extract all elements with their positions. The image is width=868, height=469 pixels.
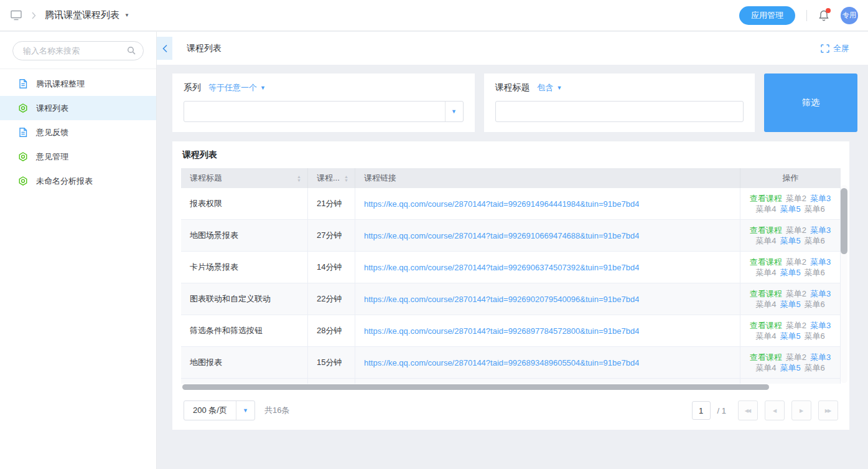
action-link-4[interactable]: 菜单4 [755, 236, 776, 245]
breadcrumb[interactable]: 腾讯课堂课程列表 ▼ [45, 9, 129, 21]
sidebar-menu: 腾讯课程整理 课程列表 意见反馈 意见管理 未命名分析报表 [0, 69, 156, 193]
action-link-3[interactable]: 菜单3 [810, 289, 831, 298]
course-link[interactable]: https://ke.qq.com/course/2870144?taid=99… [364, 358, 639, 367]
vertical-scrollbar-thumb[interactable] [841, 188, 847, 254]
course-link[interactable]: https://ke.qq.com/course/2870144?taid=99… [364, 231, 639, 240]
action-link-3[interactable]: 菜单3 [810, 194, 831, 203]
previous-page-button[interactable]: ◀ [765, 400, 785, 420]
course-actions-cell: 查看课程菜单2菜单3菜单4菜单5菜单6 [744, 193, 836, 214]
back-button[interactable] [157, 37, 172, 60]
column-header-duration: 课程... [317, 173, 340, 184]
sidebar-item[interactable]: 未命名分析报表 [0, 169, 156, 193]
last-page-button[interactable]: ▶▶ [818, 400, 838, 420]
first-page-button[interactable]: ◀◀ [738, 400, 758, 420]
course-title-cell: 地图场景报表 [181, 220, 308, 251]
action-link-4[interactable]: 菜单4 [755, 204, 776, 214]
action-link-2[interactable]: 菜单2 [786, 225, 806, 235]
dropdown-caret-icon: ▼ [557, 85, 562, 91]
course-link[interactable]: https://ke.qq.com/course/2870144?taid=99… [364, 295, 639, 304]
course-title-cell: 报表权限 [181, 188, 308, 219]
course-actions-cell: 查看课程菜单2菜单3菜单4菜单5菜单6 [744, 257, 836, 278]
sort-icon[interactable]: ▲▼ [344, 175, 348, 182]
notification-badge [826, 8, 831, 13]
action-link-6[interactable]: 菜单6 [805, 204, 825, 214]
fullscreen-icon [821, 44, 829, 53]
table-body: 报表权限 21分钟 https://ke.qq.com/course/28701… [181, 188, 841, 379]
topbar-divider [806, 10, 807, 21]
sidebar-item[interactable]: 意见管理 [0, 144, 156, 169]
filter-series: 系列 等于任意一个 ▼ ▼ [172, 73, 475, 132]
course-link[interactable]: https://ke.qq.com/course/2870144?taid=99… [364, 263, 639, 272]
action-link-5[interactable]: 菜单5 [780, 363, 800, 372]
action-link-1[interactable]: 查看课程 [750, 289, 782, 298]
course-table-card: 课程列表 课程标题 ▲▼ 课程... ▲▼ 课程链接 操作 [172, 141, 849, 430]
current-page-input[interactable] [692, 401, 711, 420]
action-link-1[interactable]: 查看课程 [750, 257, 782, 267]
action-link-2[interactable]: 菜单2 [786, 257, 806, 267]
notification-icon[interactable] [818, 9, 829, 21]
sort-icon[interactable]: ▲▼ [297, 175, 301, 182]
vertical-scrollbar[interactable] [841, 185, 847, 383]
course-title-cell: 地图报表 [181, 347, 308, 378]
action-link-1[interactable]: 查看课程 [750, 225, 782, 235]
action-link-6[interactable]: 菜单6 [805, 363, 825, 372]
filter-bar: 系列 等于任意一个 ▼ ▼ 课程标题 包含 [172, 73, 857, 132]
search-icon[interactable] [126, 45, 136, 55]
action-link-3[interactable]: 菜单3 [810, 257, 831, 267]
action-link-2[interactable]: 菜单2 [786, 353, 806, 362]
filter-title-operator[interactable]: 包含 ▼ [538, 82, 562, 93]
filter-submit-button[interactable]: 筛选 [764, 73, 857, 132]
course-duration-cell: 14分钟 [308, 252, 355, 283]
course-title-input[interactable] [495, 101, 744, 122]
action-link-6[interactable]: 菜单6 [805, 331, 825, 341]
document-icon [18, 127, 28, 138]
document-icon [18, 78, 28, 89]
action-link-5[interactable]: 菜单5 [780, 331, 800, 341]
action-link-5[interactable]: 菜单5 [780, 300, 800, 309]
course-link[interactable]: https://ke.qq.com/course/2870144?taid=99… [364, 199, 639, 209]
sidebar-item[interactable]: 腾讯课程整理 [0, 72, 156, 96]
page-size-select[interactable]: 200 条/页 ▼ [184, 400, 255, 420]
horizontal-scrollbar-thumb[interactable] [182, 384, 769, 390]
action-link-2[interactable]: 菜单2 [786, 194, 806, 203]
action-link-4[interactable]: 菜单4 [755, 331, 776, 341]
action-link-5[interactable]: 菜单5 [780, 268, 800, 277]
horizontal-scrollbar[interactable] [181, 384, 841, 390]
column-header-link: 课程链接 [364, 173, 396, 184]
breadcrumb-app-icon[interactable] [10, 9, 22, 21]
action-link-1[interactable]: 查看课程 [750, 194, 782, 203]
course-actions-cell: 查看课程菜单2菜单3菜单4菜单5菜单6 [744, 225, 836, 246]
table-row: 筛选条件和筛选按钮 28分钟 https://ke.qq.com/course/… [181, 315, 841, 347]
filter-title-label: 课程标题 [495, 82, 530, 93]
sidebar-item-label: 未命名分析报表 [36, 176, 93, 187]
action-link-1[interactable]: 查看课程 [750, 353, 782, 362]
action-link-5[interactable]: 菜单5 [780, 204, 800, 214]
app-manage-button[interactable]: 应用管理 [739, 6, 795, 25]
action-link-6[interactable]: 菜单6 [805, 300, 825, 309]
next-page-button[interactable]: ▶ [791, 400, 811, 420]
action-link-2[interactable]: 菜单2 [786, 321, 806, 330]
action-link-4[interactable]: 菜单4 [755, 363, 776, 372]
table-row: 图表联动和自定义联动 22分钟 https://ke.qq.com/course… [181, 283, 841, 315]
action-link-3[interactable]: 菜单3 [810, 225, 831, 235]
action-link-5[interactable]: 菜单5 [780, 236, 800, 245]
action-link-3[interactable]: 菜单3 [810, 353, 831, 362]
avatar[interactable]: 专用 [841, 7, 858, 24]
search-input[interactable] [12, 41, 144, 60]
action-link-4[interactable]: 菜单4 [755, 300, 776, 309]
series-select[interactable]: ▼ [184, 101, 464, 122]
page-title: 课程列表 [187, 43, 222, 54]
fullscreen-button[interactable]: 全屏 [821, 43, 849, 54]
action-link-6[interactable]: 菜单6 [805, 268, 825, 277]
course-actions-cell: 查看课程菜单2菜单3菜单4菜单5菜单6 [744, 352, 836, 373]
sidebar-item[interactable]: 课程列表 [0, 96, 156, 120]
action-link-4[interactable]: 菜单4 [755, 268, 776, 277]
course-title-cell: 卡片场景报表 [181, 252, 308, 283]
action-link-3[interactable]: 菜单3 [810, 321, 831, 330]
action-link-2[interactable]: 菜单2 [786, 289, 806, 298]
sidebar-item[interactable]: 意见反馈 [0, 120, 156, 144]
course-link[interactable]: https://ke.qq.com/course/2870144?taid=99… [364, 326, 639, 336]
filter-series-operator[interactable]: 等于任意一个 ▼ [208, 82, 266, 93]
action-link-1[interactable]: 查看课程 [750, 321, 782, 330]
action-link-6[interactable]: 菜单6 [805, 236, 825, 245]
